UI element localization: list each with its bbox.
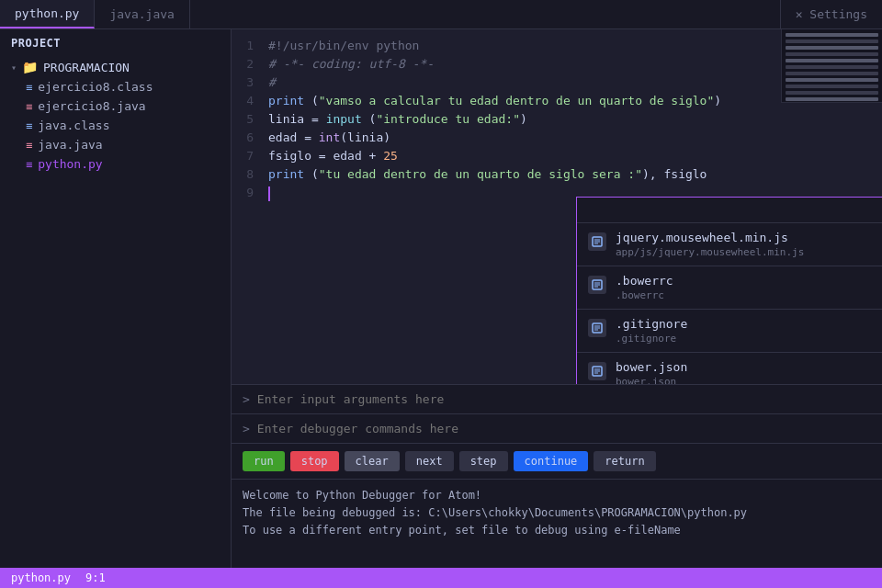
code-line-6: 6 edad = int(linia) xyxy=(232,129,882,147)
line-number: 1 xyxy=(232,37,268,55)
ac-item-path-3: .gitignore xyxy=(616,333,882,345)
clear-button[interactable]: clear xyxy=(345,451,400,471)
sidebar-folder-programacion[interactable]: ▾ 📁 PROGRAMACION xyxy=(0,57,231,77)
file-icon-4 xyxy=(588,362,606,380)
file-icon: ≡ xyxy=(26,119,32,132)
tab-bar: python.py java.java ✕ Settings xyxy=(0,0,882,29)
step-button[interactable]: step xyxy=(459,451,508,471)
line-content: linia = input ("introduce tu edad:") xyxy=(268,110,882,129)
file-icon: ≡ xyxy=(26,81,32,94)
tab-java-label: java.java xyxy=(109,7,174,21)
debug-input-args-row: > xyxy=(232,385,882,414)
file-label: python.py xyxy=(38,157,102,171)
debug-prompt-args: > xyxy=(243,392,250,406)
file-label: ejercicio8.java xyxy=(38,99,145,113)
settings-tab-label: ✕ Settings xyxy=(796,7,867,21)
line-number: 7 xyxy=(232,147,268,165)
code-editor[interactable]: 1 #!/usr/bin/env python 2 # -*- coding: … xyxy=(232,29,882,384)
ac-item-path-1: app/js/jquery.mousewheel.min.js xyxy=(616,246,882,258)
next-button[interactable]: next xyxy=(405,451,454,471)
continue-button[interactable]: continue xyxy=(514,451,589,471)
line-content: edad = int(linia) xyxy=(268,129,882,147)
tab-java[interactable]: java.java xyxy=(95,0,189,28)
file-label: ejercicio8.class xyxy=(38,80,153,94)
sidebar-item-ejercicio8java[interactable]: ≡ ejercicio8.java xyxy=(0,96,231,116)
ac-item-name-3: .gitignore xyxy=(616,317,882,331)
ac-item-name-4: bower.json xyxy=(616,360,882,374)
folder-label: PROGRAMACION xyxy=(43,61,130,74)
debug-input-commands[interactable] xyxy=(257,422,871,435)
line-number: 6 xyxy=(232,129,268,147)
debug-input-args[interactable] xyxy=(257,392,871,406)
sidebar: Project ▾ 📁 PROGRAMACION ≡ ejercicio8.cl… xyxy=(0,29,232,568)
sidebar-item-python[interactable]: ≡ python.py xyxy=(0,154,231,174)
ac-item-text-4: bower.json bower.json xyxy=(616,360,882,384)
line-number: 4 xyxy=(232,92,268,110)
main-area: Project ▾ 📁 PROGRAMACION ≡ ejercicio8.cl… xyxy=(0,29,882,568)
file-icon-2 xyxy=(588,276,606,294)
line-number: 9 xyxy=(232,184,268,202)
line-number: 2 xyxy=(232,55,268,74)
autocomplete-item-1[interactable]: jquery.mousewheel.min.js app/js/jquery.m… xyxy=(577,223,882,266)
java-file-icon: ≡ xyxy=(26,139,32,152)
file-label: java.java xyxy=(38,138,102,152)
ac-item-path-2: .bowerrc xyxy=(616,289,882,301)
code-line-5: 5 linia = input ("introduce tu edad:") xyxy=(232,110,882,129)
autocomplete-list: jquery.mousewheel.min.js app/js/jquery.m… xyxy=(577,223,882,384)
debug-output-line-3: To use a different entry point, set file… xyxy=(243,522,871,539)
autocomplete-item-4[interactable]: bower.json bower.json xyxy=(577,353,882,384)
ac-item-name-1: jquery.mousewheel.min.js xyxy=(616,231,882,244)
tab-python[interactable]: python.py xyxy=(0,0,95,28)
line-content: fsiglo = edad + 25 xyxy=(268,147,882,165)
mini-preview xyxy=(781,29,882,103)
java-file-icon: ≡ xyxy=(26,100,32,113)
autocomplete-item-2[interactable]: .bowerrc .bowerrc xyxy=(577,266,882,310)
line-content: print ("tu edad dentro de un quarto de s… xyxy=(268,165,882,184)
ac-item-path-4: bower.json xyxy=(616,376,882,384)
ac-item-text-1: jquery.mousewheel.min.js app/js/jquery.m… xyxy=(616,231,882,258)
debug-output: Welcome to Python Debugger for Atom! The… xyxy=(232,480,882,568)
ac-item-text-2: .bowerrc .bowerrc xyxy=(616,274,882,301)
status-position: 9:1 xyxy=(85,571,106,584)
chevron-down-icon: ▾ xyxy=(11,62,17,73)
status-bar: python.py 9:1 xyxy=(0,568,882,588)
line-number: 3 xyxy=(232,74,268,92)
stop-button[interactable]: stop xyxy=(290,451,339,471)
sidebar-item-javajava[interactable]: ≡ java.java xyxy=(0,135,231,154)
line-number: 8 xyxy=(232,165,268,184)
sidebar-item-ejercicio8class[interactable]: ≡ ejercicio8.class xyxy=(0,77,231,96)
autocomplete-item-3[interactable]: .gitignore .gitignore xyxy=(577,310,882,353)
status-filename: python.py xyxy=(11,571,71,584)
sidebar-item-javaclass[interactable]: ≡ java.class xyxy=(0,116,231,135)
python-file-icon: ≡ xyxy=(26,158,32,171)
debug-output-line-2: The file being debugged is: C:\Users\cho… xyxy=(243,504,871,522)
autocomplete-dropdown[interactable]: jquery.mousewheel.min.js app/js/jquery.m… xyxy=(576,197,882,384)
folder-icon: 📁 xyxy=(22,60,38,74)
run-button[interactable]: run xyxy=(243,451,285,471)
debug-prompt-cmd: > xyxy=(243,422,250,435)
return-button[interactable]: return xyxy=(594,451,655,471)
file-icon-3 xyxy=(588,319,606,337)
code-line-8: 8 print ("tu edad dentro de un quarto de… xyxy=(232,165,882,184)
debug-buttons-row: run stop clear next step continue return xyxy=(232,444,882,480)
text-cursor xyxy=(268,187,270,201)
debug-commands-row: > xyxy=(232,414,882,444)
debug-output-line-1: Welcome to Python Debugger for Atom! xyxy=(243,487,871,504)
ac-item-text-3: .gitignore .gitignore xyxy=(616,317,882,345)
autocomplete-input[interactable] xyxy=(577,198,882,223)
sidebar-header: Project xyxy=(0,29,231,57)
code-line-7: 7 fsiglo = edad + 25 xyxy=(232,147,882,165)
ac-item-name-2: .bowerrc xyxy=(616,274,882,288)
file-icon-1 xyxy=(588,232,606,251)
editor-area[interactable]: 1 #!/usr/bin/env python 2 # -*- coding: … xyxy=(232,29,882,568)
line-number: 5 xyxy=(232,110,268,129)
settings-tab[interactable]: ✕ Settings xyxy=(780,0,882,28)
debug-panel: > > run stop clear next step continue re… xyxy=(232,384,882,568)
tab-python-label: python.py xyxy=(15,6,79,20)
file-label: java.class xyxy=(38,119,109,132)
